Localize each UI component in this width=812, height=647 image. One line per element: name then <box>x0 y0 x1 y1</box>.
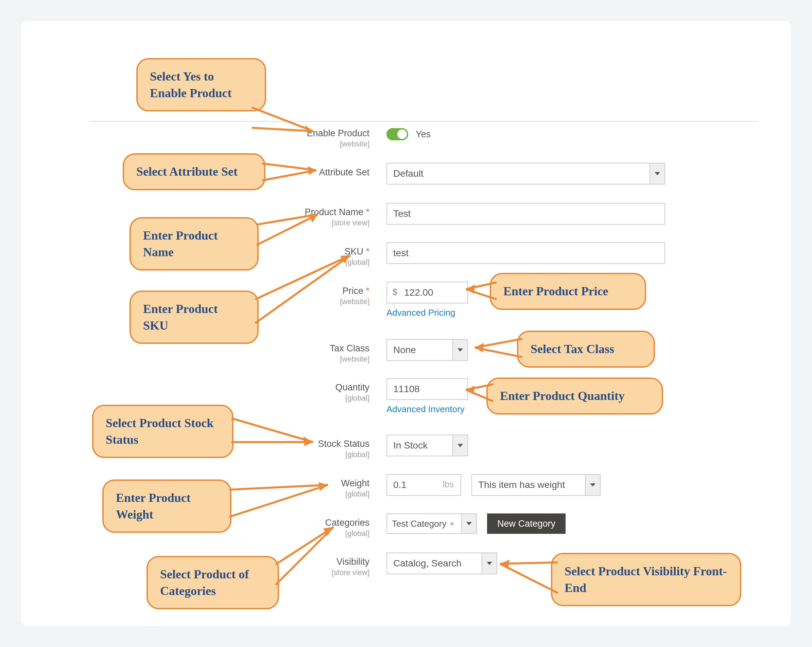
callout-enable-product: Select Yes to Enable Product <box>136 58 266 111</box>
svg-marker-5 <box>475 343 484 352</box>
enable-product-value: Yes <box>416 129 430 140</box>
advanced-inventory-link[interactable]: Advanced Inventory <box>386 404 465 414</box>
divider <box>89 121 757 122</box>
visibility-select[interactable]: Catalog, Search <box>386 552 497 574</box>
scope-sku: [global] <box>245 258 369 267</box>
tax-class-value: None <box>386 339 452 361</box>
scope-categories: [global] <box>245 529 369 538</box>
advanced-pricing-link[interactable]: Advanced Pricing <box>386 308 455 318</box>
categories-select[interactable]: Test Category × <box>386 513 477 534</box>
label-categories: Categories <box>245 517 369 528</box>
callout-tax-class: Select Tax Class <box>517 331 655 368</box>
callout-weight: Enter Product Weight <box>102 479 232 533</box>
callout-price: Enter Product Price <box>490 273 646 310</box>
callout-product-name: Enter Product Name <box>130 217 259 270</box>
category-chip-label: Test Category <box>392 519 446 529</box>
callout-quantity: Enter Product Quantity <box>486 377 663 415</box>
category-chip[interactable]: Test Category × <box>392 519 454 529</box>
callout-stock-status: Select Product Stock Status <box>92 405 234 458</box>
attribute-set-select[interactable]: Default <box>386 163 665 185</box>
scope-tax-class: [website] <box>245 355 369 363</box>
scope-quantity: [global] <box>245 394 369 403</box>
label-stock-status: Stock Status <box>245 439 369 449</box>
sku-input[interactable] <box>386 242 665 264</box>
weight-mode-select[interactable]: This item has weight <box>472 474 601 496</box>
label-quantity: Quantity <box>245 382 369 393</box>
new-category-button[interactable]: New Category <box>487 513 566 534</box>
callout-attribute-set: Select Attribute Set <box>123 153 266 190</box>
label-enable-product: Enable Product <box>245 128 369 139</box>
chevron-down-icon <box>650 163 665 185</box>
panel: Enable Product [website] Yes Attribute S… <box>20 20 792 627</box>
callout-sku: Enter Product SKU <box>130 290 259 344</box>
attribute-set-value: Default <box>386 163 650 185</box>
weight-input[interactable] <box>386 474 461 496</box>
tax-class-select[interactable]: None <box>386 339 468 361</box>
scope-price: [website] <box>245 298 369 306</box>
chevron-down-icon <box>482 552 497 574</box>
svg-marker-10 <box>500 560 510 569</box>
product-name-input[interactable] <box>386 203 665 224</box>
visibility-value: Catalog, Search <box>386 552 482 574</box>
chevron-down-icon <box>452 435 468 456</box>
callout-categories: Select Product of Categories <box>147 556 279 609</box>
chevron-down-icon <box>452 339 468 361</box>
enable-product-toggle[interactable] <box>386 128 408 140</box>
label-weight: Weight <box>245 478 369 489</box>
scope-enable-product: [website] <box>245 140 369 148</box>
weight-mode-value: This item has weight <box>472 474 585 496</box>
scope-weight: [global] <box>245 490 369 499</box>
chip-close-icon[interactable]: × <box>450 520 454 528</box>
price-input[interactable] <box>386 282 468 304</box>
chevron-down-icon <box>461 513 477 534</box>
quantity-input[interactable] <box>386 378 468 400</box>
scope-product-name: [store view] <box>245 218 369 227</box>
callout-visibility: Select Product Visibility Front-End <box>551 553 741 606</box>
label-product-name: Product Name * <box>235 207 369 217</box>
chevron-down-icon <box>585 474 601 496</box>
stock-status-select[interactable]: In Stock <box>386 435 468 456</box>
stock-status-value: In Stock <box>386 435 452 456</box>
label-tax-class: Tax Class <box>245 343 369 354</box>
scope-stock-status: [global] <box>245 450 369 459</box>
